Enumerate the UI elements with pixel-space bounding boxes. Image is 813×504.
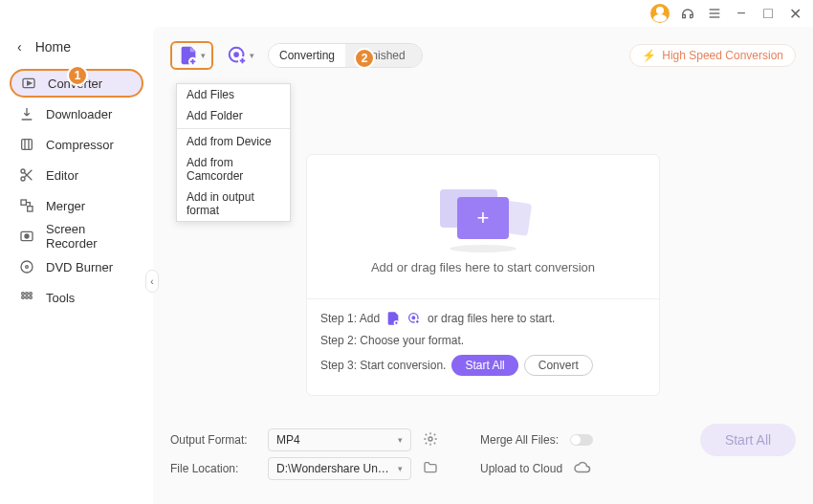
sidebar-item-label: Merger <box>46 199 85 213</box>
converter-icon <box>21 76 36 91</box>
minimize-button[interactable]: − <box>733 5 750 22</box>
back-button[interactable]: ‹ Home <box>0 33 153 61</box>
svg-point-14 <box>21 261 33 273</box>
step-2-text: Step 2: Choose your format. <box>320 334 464 347</box>
svg-point-17 <box>26 293 29 296</box>
dropdown-add-camcorder[interactable]: Add from Camcorder <box>177 152 290 186</box>
output-format-label: Output Format: <box>170 433 256 447</box>
dropzone[interactable]: + Add or drag files here to start conver… <box>307 155 659 298</box>
svg-point-13 <box>25 234 29 238</box>
merge-label: Merge All Files: <box>480 433 559 447</box>
record-icon <box>19 229 34 244</box>
svg-point-16 <box>22 293 25 296</box>
svg-point-30 <box>428 437 432 441</box>
svg-rect-10 <box>21 200 26 205</box>
dropdown-add-files[interactable]: Add Files <box>177 84 290 105</box>
collapse-handle[interactable]: ‹ <box>145 270 159 293</box>
svg-rect-5 <box>22 140 33 150</box>
maximize-button[interactable]: □ <box>759 5 777 22</box>
svg-marker-4 <box>28 81 32 85</box>
headset-icon[interactable] <box>679 5 696 22</box>
chevron-down-icon: ▾ <box>398 464 403 473</box>
step-3-text: Step 3: Start conversion. <box>320 359 446 372</box>
sidebar-item-merger[interactable]: Merger <box>10 191 143 220</box>
output-format-value: MP4 <box>276 433 300 447</box>
chevron-down-icon: ▾ <box>250 51 254 60</box>
user-avatar[interactable] <box>650 4 670 23</box>
file-location-select[interactable]: D:\Wondershare UniConverter 1 ▾ <box>268 457 411 480</box>
chevron-left-icon: ‹ <box>17 39 22 55</box>
titlebar: − □ ✕ <box>0 0 813 27</box>
svg-point-24 <box>234 53 238 56</box>
start-all-mini-button[interactable]: Start All <box>451 355 517 376</box>
footer: Output Format: MP4 ▾ Merge All Files: St… <box>170 416 796 493</box>
chevron-down-icon: ▾ <box>201 51 206 60</box>
content-card: + Add or drag files here to start conver… <box>306 154 660 396</box>
close-button[interactable]: ✕ <box>786 5 803 22</box>
sidebar-item-label: Tools <box>46 291 75 305</box>
dropdown-add-device[interactable]: Add from Device <box>177 131 290 152</box>
file-plus-icon <box>385 311 401 326</box>
svg-point-20 <box>26 296 29 299</box>
nav-list: Converter Downloader Compressor Editor M… <box>0 69 153 312</box>
download-icon <box>19 106 34 121</box>
output-format-select[interactable]: MP4 ▾ <box>268 428 411 451</box>
step-3: Step 3: Start conversion. Start All Conv… <box>320 355 646 376</box>
file-location-value: D:\Wondershare UniConverter 1 <box>276 462 391 475</box>
sidebar-item-label: Compressor <box>46 138 114 152</box>
high-speed-conversion[interactable]: ⚡ High Speed Conversion <box>629 44 796 67</box>
merge-toggle[interactable] <box>570 434 593 446</box>
sidebar-item-editor[interactable]: Editor <box>10 161 143 189</box>
steps-panel: Step 1: Add or drag files here to start.… <box>307 298 659 395</box>
add-disc-button[interactable]: ▾ <box>221 41 260 70</box>
grid-icon <box>19 290 34 305</box>
sidebar-item-compressor[interactable]: Compressor <box>10 130 143 159</box>
tabs: Converting Finished <box>268 43 423 68</box>
compressor-icon <box>19 137 34 152</box>
step-2: Step 2: Choose your format. <box>320 334 646 347</box>
cloud-icon[interactable] <box>574 459 591 479</box>
sidebar-item-screen-recorder[interactable]: Screen Recorder <box>10 222 143 251</box>
gear-icon[interactable] <box>423 431 438 449</box>
hsconv-label: High Speed Conversion <box>662 49 783 62</box>
svg-point-18 <box>30 293 33 296</box>
sidebar-item-dvd-burner[interactable]: DVD Burner <box>10 252 143 281</box>
convert-mini-button[interactable]: Convert <box>524 355 593 376</box>
dropdown-add-output[interactable]: Add in output format <box>177 186 290 221</box>
svg-rect-11 <box>28 207 33 211</box>
step-1-post: or drag files here to start. <box>428 312 555 325</box>
sidebar-item-label: DVD Burner <box>46 260 113 274</box>
upload-label: Upload to Cloud <box>480 462 562 475</box>
svg-point-6 <box>21 169 25 173</box>
sidebar-item-label: Screen Recorder <box>46 222 134 251</box>
file-location-label: File Location: <box>170 462 256 475</box>
dropdown-separator <box>177 128 290 129</box>
merger-icon <box>19 198 34 213</box>
svg-point-15 <box>26 266 29 269</box>
dropdown-add-folder[interactable]: Add Folder <box>177 105 290 126</box>
step-1: Step 1: Add or drag files here to start. <box>320 311 646 326</box>
folder-plus-illustration: + <box>440 180 526 247</box>
step-1-pre: Step 1: Add <box>320 312 380 325</box>
sidebar-item-label: Downloader <box>46 107 112 121</box>
main-panel: ‹ 2 ▾ ▾ Converting Finished ⚡ High Speed… <box>153 27 813 504</box>
disc-plus-icon <box>406 311 422 326</box>
menu-icon[interactable] <box>706 5 723 22</box>
svg-point-7 <box>21 177 25 181</box>
folder-icon[interactable] <box>423 460 438 478</box>
svg-point-21 <box>30 296 33 299</box>
disc-icon <box>19 259 34 274</box>
start-all-button[interactable]: Start All <box>700 424 796 456</box>
bolt-icon: ⚡ <box>642 49 656 62</box>
chevron-down-icon: ▾ <box>398 435 403 445</box>
tab-converting[interactable]: Converting <box>269 44 345 67</box>
svg-point-19 <box>22 296 25 299</box>
add-file-dropdown: Add Files Add Folder Add from Device Add… <box>176 83 291 222</box>
sidebar: ‹ Home 1 Converter Downloader Compressor… <box>0 27 153 504</box>
sidebar-item-tools[interactable]: Tools <box>10 283 143 312</box>
scissors-icon <box>19 167 34 183</box>
toolbar: ▾ ▾ Converting Finished ⚡ High Speed Con… <box>170 38 796 73</box>
back-label: Home <box>35 39 71 55</box>
sidebar-item-downloader[interactable]: Downloader <box>10 99 143 128</box>
add-file-button[interactable]: ▾ <box>170 41 213 70</box>
